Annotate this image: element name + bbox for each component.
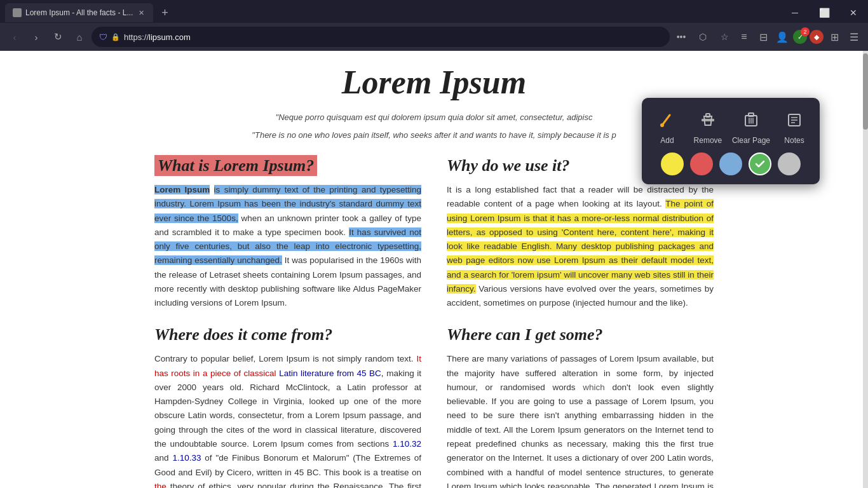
- shield-icon: 🛡: [99, 32, 107, 42]
- tab-bar: Lorem Ipsum - All the facts - L... ✕ + ─…: [0, 0, 868, 23]
- what-heading-highlight: What is Lorem Ipsum?: [154, 155, 317, 176]
- annotation-popup: Add Remove: [642, 98, 820, 184]
- add-icon: [654, 107, 681, 133]
- blue-swatch[interactable]: [719, 152, 742, 175]
- maximize-button[interactable]: ⬜: [810, 3, 839, 23]
- home-button[interactable]: ⌂: [70, 27, 89, 46]
- sidebar-icon[interactable]: ⊟: [755, 29, 771, 45]
- extension2-icon[interactable]: ◆: [810, 30, 824, 44]
- library-icon[interactable]: ≡: [736, 29, 752, 45]
- right-column: Why do we use it? It is a long establish…: [447, 156, 714, 488]
- menu-button[interactable]: ☰: [845, 28, 863, 46]
- toolbar-icons: ••• ⬡ ☆: [672, 28, 733, 46]
- more-options-button[interactable]: •••: [672, 28, 690, 46]
- left-column: What is Lorem Ipsum? Lorem Ipsum is simp…: [154, 156, 421, 488]
- section3-body: Contrary to popular belief, Lorem Ipsum …: [154, 352, 421, 488]
- tab-title: Lorem Ipsum - All the facts - L...: [25, 8, 133, 17]
- annotation-buttons: Add Remove: [651, 107, 811, 145]
- color-swatches: [651, 152, 811, 175]
- page-content: Add Remove: [0, 51, 868, 488]
- add-label: Add: [660, 136, 674, 145]
- notes-icon: [781, 107, 808, 133]
- add-button[interactable]: Add: [651, 107, 684, 145]
- minimize-button[interactable]: ─: [780, 3, 810, 23]
- lorem-ipsum-highlight: Lorem Ipsum: [154, 185, 210, 194]
- nav-bar: ‹ › ↻ ⌂ 🛡 🔒 https://lipsum.com ••• ⬡ ☆ ≡…: [0, 23, 868, 51]
- svg-rect-5: [749, 113, 754, 116]
- section4-body: There are many variations of passages of…: [447, 352, 714, 488]
- green-swatch[interactable]: [749, 152, 771, 175]
- section1-title: What is Lorem Ipsum?: [154, 156, 421, 175]
- svg-rect-2: [702, 119, 714, 121]
- browser-chrome: Lorem Ipsum - All the facts - L... ✕ + ─…: [0, 0, 868, 51]
- section2-highlight-yellow: The point of using Lorem Ipsum is that i…: [447, 199, 714, 294]
- scrollbar-track[interactable]: [863, 51, 868, 488]
- remove-icon: [695, 107, 721, 133]
- page-subtitle2: "There is no one who loves pain itself, …: [154, 129, 714, 142]
- extension1-icon[interactable]: ✓2: [793, 30, 807, 44]
- account-icon[interactable]: 👤: [774, 29, 790, 45]
- two-column-layout: What is Lorem Ipsum? Lorem Ipsum is simp…: [154, 156, 714, 488]
- tab-favicon: [13, 8, 22, 17]
- pocket-button[interactable]: ⬡: [694, 28, 712, 46]
- page-title: Lorem Ipsum: [154, 64, 714, 101]
- window-controls: ─ ⬜ ✕: [780, 3, 868, 23]
- close-button[interactable]: ✕: [839, 3, 868, 23]
- clear-page-icon: [738, 107, 764, 133]
- section2-body: It is a long established fact that a rea…: [447, 183, 714, 310]
- remove-button[interactable]: Remove: [691, 107, 724, 145]
- notes-label: Notes: [784, 136, 804, 145]
- clear-page-label: Clear Page: [732, 136, 770, 145]
- section3-title: Where does it come from?: [154, 325, 421, 344]
- new-tab-button[interactable]: +: [156, 4, 173, 22]
- forward-button[interactable]: ›: [27, 27, 46, 46]
- lock-icon: 🔒: [111, 33, 120, 41]
- extension-icons: ≡ ⊟ 👤 ✓2 ◆ ⊞ ☰: [736, 28, 863, 46]
- refresh-button[interactable]: ↻: [48, 27, 67, 46]
- close-tab-button[interactable]: ✕: [137, 8, 146, 17]
- scrollbar-thumb[interactable]: [863, 53, 868, 130]
- back-button[interactable]: ‹: [5, 27, 24, 46]
- yellow-swatch[interactable]: [661, 152, 684, 175]
- red-swatch[interactable]: [690, 152, 713, 175]
- gray-swatch[interactable]: [778, 152, 801, 175]
- address-bar[interactable]: 🛡 🔒 https://lipsum.com: [92, 27, 670, 47]
- svg-rect-3: [706, 114, 710, 117]
- active-tab[interactable]: Lorem Ipsum - All the facts - L... ✕: [5, 3, 153, 22]
- svg-point-0: [660, 123, 664, 127]
- clear-page-button[interactable]: Clear Page: [732, 107, 770, 145]
- notes-button[interactable]: Notes: [778, 107, 811, 145]
- section1-body: Lorem Ipsum is simply dummy text of the …: [154, 183, 421, 310]
- section4-title: Where can I get some?: [447, 325, 714, 344]
- url-display: https://lipsum.com: [124, 32, 662, 42]
- bookmark-button[interactable]: ☆: [715, 28, 733, 46]
- extension3-icon[interactable]: ⊞: [826, 29, 843, 45]
- page-subtitle1: "Neque porro quisquam est qui dolorem ip…: [154, 111, 714, 124]
- remove-label: Remove: [694, 136, 722, 145]
